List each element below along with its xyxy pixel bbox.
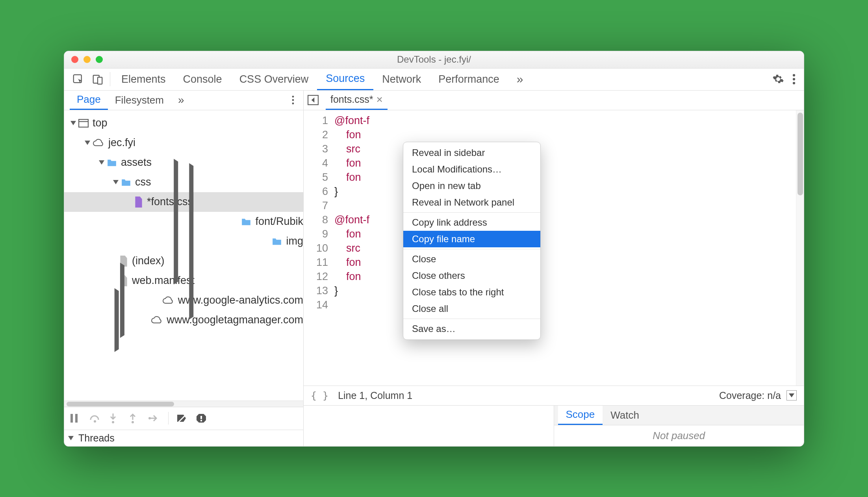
tab-watch[interactable]: Watch <box>603 406 647 425</box>
editor-tabbar: fonts.css* × <box>304 91 804 110</box>
frame-icon <box>78 119 89 128</box>
step-over-icon[interactable] <box>89 414 101 423</box>
devtools-window: DevTools - jec.fyi/ Elements Console CSS… <box>64 51 804 447</box>
traffic-zoom[interactable] <box>96 56 103 63</box>
tree-domain-label: jec.fyi <box>108 137 135 149</box>
tree-img-label: img <box>286 235 303 247</box>
traffic-minimize[interactable] <box>83 56 91 63</box>
tree-index-label: (index) <box>132 255 165 267</box>
tree-domain[interactable]: jec.fyi <box>64 133 303 153</box>
tree-ga-label: www.google-analytics.com <box>178 294 303 306</box>
code-content[interactable]: @font-f fon src Rubik/Rubik-Regular.ttf)… <box>332 110 796 386</box>
folder-icon <box>121 178 131 187</box>
svg-rect-9 <box>79 119 88 127</box>
step-into-icon[interactable] <box>109 413 121 424</box>
navigator-scrollbar[interactable] <box>64 401 303 407</box>
tab-console[interactable]: Console <box>174 69 231 90</box>
toggle-navigator-icon[interactable] <box>308 95 319 105</box>
cloud-icon <box>162 296 174 305</box>
close-tab-icon[interactable]: × <box>376 93 382 106</box>
debugger-left-pane <box>304 406 554 446</box>
svg-point-15 <box>132 421 134 423</box>
device-toggle-icon[interactable] <box>88 69 108 90</box>
svg-point-13 <box>94 420 96 423</box>
ctx-save-as[interactable]: Save as… <box>403 319 540 337</box>
folder-icon <box>241 217 251 226</box>
tree-css[interactable]: css <box>64 172 303 192</box>
ctx-copy-filename[interactable]: Copy file name <box>403 231 540 247</box>
navigator-kebab-icon[interactable] <box>291 95 298 105</box>
file-tab[interactable]: fonts.css* × <box>326 91 388 110</box>
tree-font-label: font/Rubik <box>255 215 303 228</box>
ctx-reveal-network[interactable]: Reveal in Network panel <box>403 194 540 211</box>
ctx-close[interactable]: Close <box>403 249 540 267</box>
tab-elements[interactable]: Elements <box>113 69 174 90</box>
not-paused-label: Not paused <box>653 430 705 442</box>
tabs-overflow[interactable]: » <box>508 69 532 90</box>
ctx-close-right[interactable]: Close tabs to the right <box>403 284 540 300</box>
file-tab-label: fonts.css* <box>330 94 373 105</box>
kebab-menu-icon[interactable] <box>788 69 800 90</box>
traffic-close[interactable] <box>71 56 78 63</box>
tab-performance[interactable]: Performance <box>430 69 508 90</box>
tree-gtm-label: www.googletagmanager.com <box>167 314 303 326</box>
tree-top[interactable]: top <box>64 113 303 133</box>
main-toolbar: Elements Console CSS Overview Sources Ne… <box>64 69 804 91</box>
tree-font[interactable]: font/Rubik <box>64 212 303 232</box>
ctx-open-new-tab[interactable]: Open in new tab <box>403 178 540 194</box>
tree-index[interactable]: (index) <box>64 251 303 271</box>
tree-img[interactable]: img <box>64 232 303 251</box>
step-icon[interactable] <box>148 414 160 423</box>
pause-on-exceptions-icon[interactable] <box>196 413 208 423</box>
titlebar: DevTools - jec.fyi/ <box>64 51 804 69</box>
tree-ga[interactable]: www.google-analytics.com <box>64 291 303 310</box>
tree-manifest-label: web.manifest <box>132 274 195 287</box>
debugger-toolbar <box>64 407 303 430</box>
navigator-pane: Page Filesystem » top jec.fyi <box>64 91 304 446</box>
code-editor[interactable]: 1234567891011121314 @font-f fon src Rubi… <box>304 110 804 386</box>
subtabs-overflow[interactable]: » <box>171 91 191 110</box>
tree-gtm[interactable]: www.googletagmanager.com <box>64 310 303 330</box>
line-gutter: 1234567891011121314 <box>304 110 332 386</box>
subtab-page[interactable]: Page <box>70 91 108 110</box>
tab-scope[interactable]: Scope <box>558 406 603 425</box>
coverage-dropdown-icon[interactable] <box>786 390 797 401</box>
scope-body: Not paused <box>554 425 804 446</box>
threads-section[interactable]: Threads <box>64 430 303 446</box>
coverage-label: Coverage: n/a <box>719 390 781 401</box>
inspect-icon[interactable] <box>68 69 88 90</box>
pretty-print-icon[interactable]: { } <box>311 390 328 401</box>
ctx-close-all[interactable]: Close all <box>403 300 540 317</box>
tree-fonts-css[interactable]: *fonts.css <box>64 192 303 212</box>
folder-icon <box>272 237 282 246</box>
subtab-filesystem[interactable]: Filesystem <box>108 91 171 110</box>
svg-rect-19 <box>200 420 202 421</box>
tab-css-overview[interactable]: CSS Overview <box>231 69 317 90</box>
ctx-reveal-sidebar[interactable]: Reveal in sidebar <box>403 145 540 161</box>
pause-icon[interactable] <box>70 413 82 423</box>
ctx-close-others[interactable]: Close others <box>403 267 540 284</box>
tab-network[interactable]: Network <box>373 69 430 90</box>
threads-label: Threads <box>78 432 115 444</box>
tree-manifest[interactable]: web.manifest <box>64 271 303 291</box>
scope-watch-tabs: Scope Watch <box>554 406 804 425</box>
deactivate-breakpoints-icon[interactable] <box>176 413 188 423</box>
step-out-icon[interactable] <box>129 413 141 424</box>
cursor-position: Line 1, Column 1 <box>338 390 412 401</box>
editor-statusbar: { } Line 1, Column 1 Coverage: n/a <box>304 386 804 405</box>
file-tree[interactable]: top jec.fyi assets css <box>64 110 303 401</box>
svg-point-6 <box>292 96 294 98</box>
ctx-copy-link[interactable]: Copy link address <box>403 212 540 231</box>
folder-icon <box>107 158 117 167</box>
window-title: DevTools - jec.fyi/ <box>119 54 804 65</box>
svg-rect-11 <box>70 414 73 423</box>
cloud-icon <box>93 139 104 147</box>
context-menu[interactable]: Reveal in sidebar Local Modifications… O… <box>403 142 541 340</box>
settings-gear-icon[interactable] <box>768 69 788 90</box>
editor-scrollbar[interactable] <box>796 110 804 386</box>
tree-assets[interactable]: assets <box>64 153 303 172</box>
ctx-local-modifications[interactable]: Local Modifications… <box>403 161 540 178</box>
file-css-icon <box>134 197 143 208</box>
cloud-icon <box>151 316 163 325</box>
tab-sources[interactable]: Sources <box>317 69 373 90</box>
